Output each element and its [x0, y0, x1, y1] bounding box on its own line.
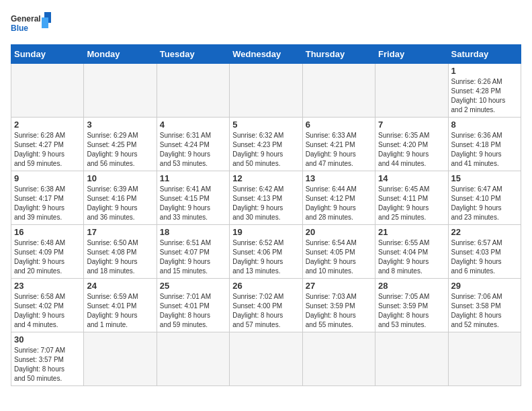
calendar-cell: 26Sunrise: 7:02 AM Sunset: 4:00 PM Dayli…: [230, 279, 302, 332]
svg-text:Blue: Blue: [11, 24, 28, 33]
calendar-cell: 28Sunrise: 7:05 AM Sunset: 3:59 PM Dayli…: [375, 279, 448, 332]
day-info: Sunrise: 6:44 AM Sunset: 4:12 PM Dayligh…: [306, 185, 372, 222]
day-info: Sunrise: 6:33 AM Sunset: 4:21 PM Dayligh…: [306, 131, 372, 169]
day-number: 21: [378, 227, 445, 237]
calendar-cell: 10Sunrise: 6:39 AM Sunset: 4:16 PM Dayli…: [84, 171, 157, 225]
page-header: General Blue: [11, 11, 521, 38]
calendar-cell: 12Sunrise: 6:42 AM Sunset: 4:13 PM Dayli…: [230, 171, 302, 225]
day-info: Sunrise: 6:52 AM Sunset: 4:06 PM Dayligh…: [232, 238, 299, 276]
calendar-cell: 13Sunrise: 6:44 AM Sunset: 4:12 PM Dayli…: [302, 171, 375, 225]
day-number: 22: [451, 227, 518, 237]
day-info: Sunrise: 6:26 AM Sunset: 4:28 PM Dayligh…: [451, 77, 518, 115]
day-number: 15: [451, 173, 518, 183]
svg-marker-3: [42, 17, 48, 28]
calendar-cell: 18Sunrise: 6:51 AM Sunset: 4:07 PM Dayli…: [157, 225, 229, 279]
day-number: 18: [160, 227, 226, 237]
day-number: 25: [160, 281, 226, 291]
calendar-cell: [375, 332, 448, 386]
day-info: Sunrise: 6:31 AM Sunset: 4:24 PM Dayligh…: [160, 131, 226, 169]
day-number: 6: [306, 120, 372, 130]
day-number: 17: [87, 227, 153, 237]
calendar-cell: 19Sunrise: 6:52 AM Sunset: 4:06 PM Dayli…: [230, 225, 302, 279]
calendar-cell: 9Sunrise: 6:38 AM Sunset: 4:17 PM Daylig…: [11, 171, 84, 225]
calendar-cell: 8Sunrise: 6:36 AM Sunset: 4:18 PM Daylig…: [448, 118, 521, 171]
day-number: 3: [87, 120, 153, 130]
calendar-cell: 14Sunrise: 6:45 AM Sunset: 4:11 PM Dayli…: [375, 171, 448, 225]
day-number: 8: [451, 120, 518, 130]
calendar-week-2: 2Sunrise: 6:28 AM Sunset: 4:27 PM Daylig…: [11, 118, 521, 171]
column-header-friday: Friday: [375, 45, 448, 64]
calendar-week-6: 30Sunrise: 7:07 AM Sunset: 3:57 PM Dayli…: [11, 332, 521, 386]
calendar-cell: 11Sunrise: 6:41 AM Sunset: 4:15 PM Dayli…: [157, 171, 229, 225]
day-info: Sunrise: 6:41 AM Sunset: 4:15 PM Dayligh…: [160, 185, 226, 222]
day-info: Sunrise: 7:01 AM Sunset: 4:01 PM Dayligh…: [160, 292, 226, 330]
day-number: 14: [378, 173, 445, 183]
day-number: 2: [14, 120, 81, 130]
day-info: Sunrise: 6:35 AM Sunset: 4:20 PM Dayligh…: [378, 131, 445, 169]
day-info: Sunrise: 6:55 AM Sunset: 4:04 PM Dayligh…: [378, 238, 445, 276]
day-number: 1: [451, 66, 518, 76]
calendar-cell: 29Sunrise: 7:06 AM Sunset: 3:58 PM Dayli…: [448, 279, 521, 332]
day-info: Sunrise: 6:32 AM Sunset: 4:23 PM Dayligh…: [232, 131, 299, 169]
calendar-cell: 21Sunrise: 6:55 AM Sunset: 4:04 PM Dayli…: [375, 225, 448, 279]
calendar-cell: 25Sunrise: 7:01 AM Sunset: 4:01 PM Dayli…: [157, 279, 229, 332]
day-number: 29: [451, 281, 518, 291]
calendar-cell: 15Sunrise: 6:47 AM Sunset: 4:10 PM Dayli…: [448, 171, 521, 225]
calendar-table: SundayMondayTuesdayWednesdayThursdayFrid…: [11, 44, 521, 386]
calendar-cell: [230, 332, 302, 386]
day-number: 13: [306, 173, 372, 183]
day-number: 10: [87, 173, 153, 183]
column-header-tuesday: Tuesday: [157, 45, 229, 64]
day-number: 27: [306, 281, 372, 291]
day-info: Sunrise: 6:57 AM Sunset: 4:03 PM Dayligh…: [451, 238, 518, 276]
calendar-cell: [157, 332, 229, 386]
svg-text:General: General: [11, 14, 41, 24]
calendar-cell: 30Sunrise: 7:07 AM Sunset: 3:57 PM Dayli…: [11, 332, 84, 386]
day-info: Sunrise: 7:05 AM Sunset: 3:59 PM Dayligh…: [378, 292, 445, 330]
calendar-cell: 2Sunrise: 6:28 AM Sunset: 4:27 PM Daylig…: [11, 118, 84, 171]
day-number: 20: [306, 227, 372, 237]
calendar-cell: 16Sunrise: 6:48 AM Sunset: 4:09 PM Dayli…: [11, 225, 84, 279]
day-number: 28: [378, 281, 445, 291]
day-info: Sunrise: 6:36 AM Sunset: 4:18 PM Dayligh…: [451, 131, 518, 169]
day-info: Sunrise: 6:42 AM Sunset: 4:13 PM Dayligh…: [232, 185, 299, 222]
day-number: 16: [14, 227, 81, 237]
day-info: Sunrise: 6:50 AM Sunset: 4:08 PM Dayligh…: [87, 238, 153, 276]
column-header-sunday: Sunday: [11, 45, 84, 64]
calendar-cell: 6Sunrise: 6:33 AM Sunset: 4:21 PM Daylig…: [302, 118, 375, 171]
day-number: 9: [14, 173, 81, 183]
day-info: Sunrise: 6:47 AM Sunset: 4:10 PM Dayligh…: [451, 185, 518, 222]
day-number: 30: [14, 334, 81, 345]
day-number: 26: [232, 281, 299, 291]
calendar-week-1: 1Sunrise: 6:26 AM Sunset: 4:28 PM Daylig…: [11, 64, 521, 118]
day-info: Sunrise: 6:28 AM Sunset: 4:27 PM Dayligh…: [14, 131, 81, 169]
day-info: Sunrise: 6:38 AM Sunset: 4:17 PM Dayligh…: [14, 185, 81, 222]
day-info: Sunrise: 7:07 AM Sunset: 3:57 PM Dayligh…: [14, 346, 81, 383]
calendar-cell: 1Sunrise: 6:26 AM Sunset: 4:28 PM Daylig…: [448, 64, 521, 118]
logo: General Blue: [11, 11, 51, 38]
column-header-thursday: Thursday: [302, 45, 375, 64]
day-number: 23: [14, 281, 81, 291]
calendar-cell: [84, 64, 157, 118]
column-header-saturday: Saturday: [448, 45, 521, 64]
calendar-week-5: 23Sunrise: 6:58 AM Sunset: 4:02 PM Dayli…: [11, 279, 521, 332]
calendar-cell: 5Sunrise: 6:32 AM Sunset: 4:23 PM Daylig…: [230, 118, 302, 171]
calendar-cell: 23Sunrise: 6:58 AM Sunset: 4:02 PM Dayli…: [11, 279, 84, 332]
calendar-cell: [448, 332, 521, 386]
calendar-header-row: SundayMondayTuesdayWednesdayThursdayFrid…: [11, 45, 521, 64]
day-info: Sunrise: 6:58 AM Sunset: 4:02 PM Dayligh…: [14, 292, 81, 330]
calendar-cell: [230, 64, 302, 118]
day-info: Sunrise: 7:02 AM Sunset: 4:00 PM Dayligh…: [232, 292, 299, 330]
calendar-cell: [375, 64, 448, 118]
column-header-monday: Monday: [84, 45, 157, 64]
day-number: 19: [232, 227, 299, 237]
calendar-cell: 27Sunrise: 7:03 AM Sunset: 3:59 PM Dayli…: [302, 279, 375, 332]
calendar-cell: [84, 332, 157, 386]
day-info: Sunrise: 6:51 AM Sunset: 4:07 PM Dayligh…: [160, 238, 226, 276]
calendar-week-4: 16Sunrise: 6:48 AM Sunset: 4:09 PM Dayli…: [11, 225, 521, 279]
day-number: 24: [87, 281, 153, 291]
day-info: Sunrise: 6:39 AM Sunset: 4:16 PM Dayligh…: [87, 185, 153, 222]
calendar-cell: 22Sunrise: 6:57 AM Sunset: 4:03 PM Dayli…: [448, 225, 521, 279]
day-info: Sunrise: 7:06 AM Sunset: 3:58 PM Dayligh…: [451, 292, 518, 330]
day-number: 11: [160, 173, 226, 183]
